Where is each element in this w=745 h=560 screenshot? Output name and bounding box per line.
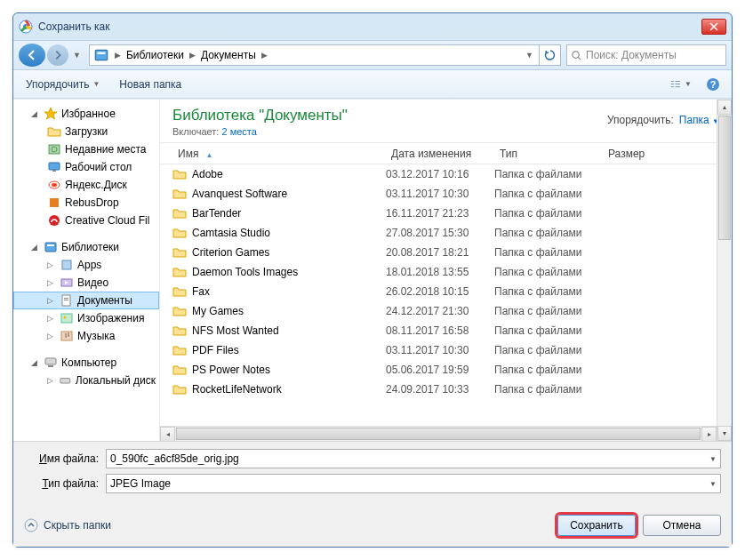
table-row[interactable]: RocketLifeNetwork24.09.2017 10:33Папка с… (160, 380, 732, 399)
column-size[interactable]: Размер (603, 148, 665, 160)
sidebar-item-documents[interactable]: ▷Документы (13, 292, 159, 309)
table-row[interactable]: Camtasia Studio27.08.2017 15:30Папка с ф… (160, 223, 732, 243)
table-row[interactable]: My Games24.12.2017 21:30Папка с файлами (160, 301, 732, 321)
file-name: My Games (192, 305, 386, 317)
desktop-icon (47, 160, 61, 174)
sidebar-item-desktop[interactable]: Рабочий стол (13, 158, 159, 176)
column-type[interactable]: Тип (494, 148, 603, 160)
help-button[interactable]: ? (701, 75, 725, 94)
refresh-button[interactable] (539, 44, 560, 66)
organize-button[interactable]: Упорядочить▼ (20, 75, 105, 94)
horizontal-scrollbar[interactable]: ◂ ▸ (160, 426, 717, 441)
file-date: 18.01.2018 13:55 (386, 266, 494, 278)
file-list[interactable]: Adobe03.12.2017 10:16Папка с файламиAvan… (160, 164, 732, 426)
new-folder-button[interactable]: Новая папка (114, 75, 187, 94)
sidebar-item-music[interactable]: ▷Музыка (13, 327, 159, 345)
expand-icon[interactable]: ▷ (47, 278, 56, 287)
footer: Скрыть папки Сохранить Отмена (13, 506, 732, 547)
view-options-button[interactable]: ▼ (669, 75, 693, 94)
back-button[interactable] (19, 44, 45, 67)
expand-icon[interactable]: ▷ (47, 376, 55, 385)
file-name: Daemon Tools Images (192, 266, 386, 278)
table-row[interactable]: NFS Most Wanted08.11.2017 16:58Папка с ф… (160, 321, 732, 340)
table-row[interactable]: PDF Files03.11.2017 10:30Папка с файлами (160, 340, 732, 360)
search-input[interactable]: Поиск: Документы (566, 44, 726, 66)
sidebar-item-apps[interactable]: ▷Apps (13, 256, 159, 274)
chevron-right-icon[interactable]: ▶ (260, 51, 269, 60)
breadcrumb-documents[interactable]: Документы (197, 45, 260, 65)
table-row[interactable]: PS Power Notes05.06.2017 19:59Папка с фа… (160, 360, 732, 380)
table-row[interactable]: Fax26.02.2018 10:15Папка с файлами (160, 282, 732, 301)
collapse-icon[interactable]: ◢ (31, 109, 40, 118)
images-icon (60, 311, 74, 325)
file-date: 27.08.2017 15:30 (386, 227, 494, 239)
sidebar-item-downloads[interactable]: Загрузки (13, 123, 159, 140)
file-name: Camtasia Studio (192, 227, 386, 239)
breadcrumb[interactable]: ▶ Библиотеки ▶ Документы ▶ ▼ (89, 44, 561, 66)
recent-dropdown[interactable]: ▼ (70, 51, 84, 60)
search-placeholder: Поиск: Документы (586, 49, 677, 61)
sidebar-item-recent[interactable]: Недавние места (13, 140, 159, 158)
sidebar-item-yandex[interactable]: Яндекс.Диск (13, 176, 159, 194)
expand-icon[interactable]: ▷ (47, 332, 56, 340)
arrange-dropdown[interactable]: Папка ▼ (679, 114, 719, 126)
disk-icon (59, 373, 72, 388)
collapse-icon[interactable]: ◢ (31, 243, 40, 252)
svg-rect-27 (64, 300, 68, 300)
file-name: NFS Most Wanted (192, 324, 386, 337)
library-includes: Включает: 2 места (172, 126, 348, 137)
svg-point-29 (64, 316, 67, 319)
svg-rect-6 (671, 84, 674, 84)
file-name: BarTender (192, 207, 386, 220)
file-name: Fax (192, 285, 386, 298)
column-name[interactable]: Имя▲ (172, 148, 386, 160)
hide-folders-button[interactable]: Скрыть папки (24, 518, 111, 532)
svg-rect-21 (45, 243, 56, 252)
svg-rect-15 (49, 163, 60, 170)
folder-icon (172, 343, 187, 357)
folder-icon (172, 206, 187, 220)
svg-rect-31 (45, 358, 56, 364)
column-headers: Имя▲ Дата изменения Тип Размер (160, 143, 732, 164)
table-row[interactable]: BarTender16.11.2017 21:23Папка с файлами (160, 204, 732, 223)
file-date: 24.12.2017 21:30 (386, 305, 494, 317)
sidebar-item-local-disk[interactable]: ▷Локальный диск (13, 372, 159, 389)
collapse-icon[interactable]: ◢ (31, 358, 40, 367)
filetype-select[interactable]: JPEG Image▼ (106, 474, 721, 493)
sidebar-item-videos[interactable]: ▷Видео (13, 274, 159, 292)
vertical-scrollbar[interactable]: ▴ ▾ (717, 100, 732, 441)
sidebar-favorites[interactable]: ◢ Избранное (13, 105, 159, 123)
sidebar-item-images[interactable]: ▷Изображения (13, 309, 159, 327)
includes-link[interactable]: 2 места (221, 126, 256, 137)
expand-icon[interactable]: ▷ (47, 260, 56, 269)
table-row[interactable]: Avanquest Software03.11.2017 10:30Папка … (160, 184, 732, 204)
breadcrumb-libraries[interactable]: Библиотеки (123, 45, 188, 65)
expand-icon[interactable]: ▷ (47, 314, 56, 323)
computer-icon (44, 356, 58, 370)
library-icon (60, 258, 74, 272)
breadcrumb-history-dropdown[interactable]: ▼ (520, 51, 539, 60)
column-date[interactable]: Дата изменения (386, 148, 494, 160)
sidebar-item-creative-cloud[interactable]: Creative Cloud Fil (13, 212, 159, 229)
sidebar-libraries[interactable]: ◢ Библиотеки (13, 238, 159, 256)
svg-rect-23 (62, 260, 71, 269)
file-type: Папка с файлами (494, 285, 601, 298)
close-button[interactable] (701, 19, 726, 35)
table-row[interactable]: Adobe03.12.2017 10:16Папка с файлами (160, 164, 732, 184)
save-button[interactable]: Сохранить (557, 515, 636, 536)
chrome-icon (19, 20, 33, 34)
breadcrumb-root-icon[interactable] (90, 45, 113, 65)
table-row[interactable]: Daemon Tools Images18.01.2018 13:55Папка… (160, 262, 732, 282)
forward-button[interactable] (47, 44, 68, 66)
sort-ascending-icon: ▲ (205, 151, 212, 159)
filename-input[interactable]: 0_590fc_a6cf85de_orig.jpg▼ (106, 449, 721, 468)
search-icon (571, 50, 582, 61)
cancel-button[interactable]: Отмена (643, 515, 721, 536)
table-row[interactable]: Criterion Games20.08.2017 18:21Папка с ф… (160, 243, 732, 262)
expand-icon[interactable]: ▷ (47, 296, 56, 305)
sidebar-item-rebusdrop[interactable]: RebusDrop (13, 194, 159, 212)
sidebar-computer[interactable]: ◢ Компьютер (13, 354, 159, 372)
chevron-right-icon[interactable]: ▶ (188, 51, 197, 60)
chevron-right-icon[interactable]: ▶ (113, 51, 123, 60)
file-date: 03.12.2017 10:16 (386, 168, 494, 180)
